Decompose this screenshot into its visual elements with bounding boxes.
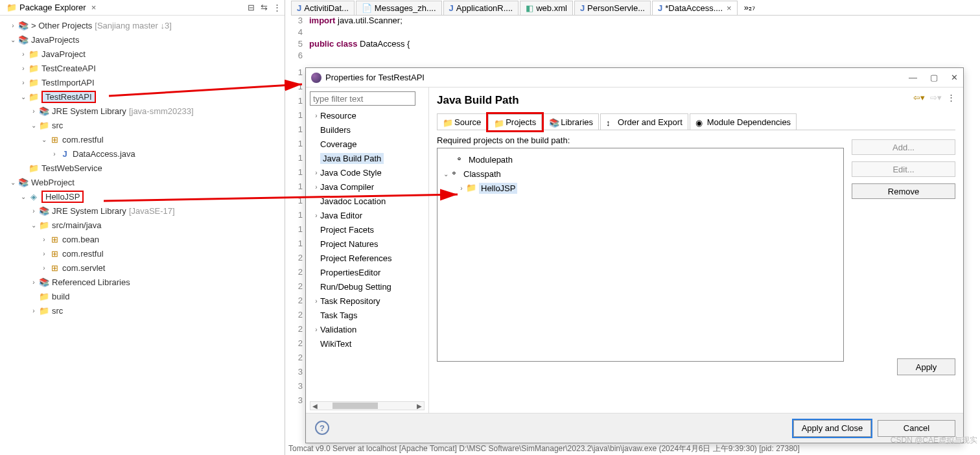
editor-tab[interactable]: web.xml (520, 1, 573, 15)
category-properties-editor[interactable]: PropertiesEditor (310, 265, 425, 279)
modulepath-row[interactable]: ⚬Modulepath (441, 152, 839, 167)
code-editor[interactable]: 3 4 5 6 import java.util.Scanner; public… (291, 16, 980, 61)
category-validation[interactable]: ›Validation (310, 322, 425, 336)
tree-item[interactable]: ›com.servlet (0, 261, 285, 275)
remove-button[interactable]: Remove (852, 183, 955, 199)
tree-item[interactable]: ›JRE System Library[java-smm20233] (0, 104, 285, 118)
category-builders[interactable]: Builders (310, 122, 425, 137)
apply-button[interactable]: Apply (897, 358, 955, 375)
back-icon[interactable]: ⇦▾ (913, 93, 925, 102)
dialog-titlebar[interactable]: Properties for TestRestAPI — ▢ ✕ (306, 68, 963, 88)
tree-item[interactable]: ›TestCreateAPI (0, 61, 285, 75)
tree-item[interactable]: ›JavaProject (0, 47, 285, 61)
category-java-build-path[interactable]: Java Build Path (310, 151, 425, 165)
project-icon (466, 183, 476, 193)
add-button[interactable]: Add... (852, 139, 955, 155)
tree-item[interactable]: ⌄com.restful (0, 132, 285, 146)
category-project-references[interactable]: Project References (310, 251, 425, 265)
menu-icon[interactable]: ⋮ (947, 93, 955, 102)
close-icon[interactable]: × (91, 3, 97, 12)
folder-icon (39, 305, 49, 316)
maximize-icon[interactable]: ▢ (930, 73, 938, 82)
tab-source[interactable]: Source (437, 113, 487, 130)
java-file-icon (580, 3, 585, 13)
required-projects-tree[interactable]: ⚬Modulepath ⌄⚬Classpath ›HelloJSP (437, 148, 844, 362)
link-icon[interactable]: ⇆ (259, 3, 269, 13)
tree-item[interactable]: ›src (0, 303, 285, 318)
ws-label: WebProject (31, 178, 75, 187)
tree-item[interactable]: ⌄src (0, 118, 285, 132)
tree-item[interactable]: ⌄src/main/java (0, 218, 285, 232)
package-icon (49, 134, 60, 145)
tree-other-projects[interactable]: ›> Other Projects[Sanjiang master ↓3] (0, 18, 285, 32)
line-number-strip: 111111111111122222222333 (291, 67, 305, 410)
close-icon[interactable]: ✕ (951, 73, 958, 82)
explorer-header: Package Explorer × ⊟ ⇆ ⋮ (0, 0, 285, 16)
tab-order-export[interactable]: ↕Order and Export (600, 113, 688, 130)
category-task-repository[interactable]: ›Task Repository (310, 294, 425, 308)
tab-projects[interactable]: Projects (488, 114, 542, 130)
tree-item[interactable]: ›TestImportAPI (0, 75, 285, 89)
category-java-editor[interactable]: ›Java Editor (310, 208, 425, 222)
editor-tab[interactable]: ApplicationR.... (443, 1, 519, 15)
eclipse-icon (311, 73, 321, 83)
tree-item[interactable]: TestWebService (0, 161, 285, 175)
apply-close-button[interactable]: Apply and Close (793, 420, 871, 437)
category-project-natures[interactable]: Project Natures (310, 237, 425, 251)
tree-item[interactable]: ›com.bean (0, 232, 285, 246)
file-icon: 📄 (362, 3, 372, 13)
category-run-debug[interactable]: Run/Debug Setting (310, 279, 425, 294)
code-lines: import java.util.Scanner; public class D… (309, 16, 410, 62)
tree-item[interactable]: ›DataAccess.java (0, 146, 285, 161)
line-gutter: 3 4 5 6 (291, 16, 305, 62)
tree-item[interactable]: ›JRE System Library[JavaSE-17] (0, 204, 285, 218)
filter-input[interactable] (310, 91, 415, 106)
category-scrollbar[interactable]: ◀▶ (310, 401, 425, 410)
category-resource[interactable]: ›Resource (310, 108, 425, 122)
tree-testrestapi[interactable]: ⌄TestRestAPI (0, 89, 285, 104)
hellojsp-entry[interactable]: ›HelloJSP (441, 181, 839, 195)
order-tab-icon: ↕ (606, 118, 615, 126)
classpath-icon: ⚬ (450, 169, 461, 179)
tree-item[interactable]: ›Referenced Libraries (0, 275, 285, 289)
editor-overflow[interactable]: »₂₇ (739, 1, 760, 15)
java-file-icon (297, 3, 301, 13)
editor-tab[interactable]: ActivitiDat... (291, 1, 355, 15)
tab-libraries[interactable]: Libraries (543, 113, 599, 130)
project-icon (29, 77, 39, 88)
classpath-row[interactable]: ⌄⚬Classpath (441, 167, 839, 181)
workingset-icon (18, 20, 29, 30)
edit-button[interactable]: Edit... (852, 161, 955, 177)
project-icon (29, 49, 39, 59)
cancel-button[interactable]: Cancel (878, 420, 955, 437)
minimize-icon[interactable]: — (909, 73, 917, 82)
category-javadoc-location[interactable]: Javadoc Location (310, 194, 425, 208)
tree-hellojsp[interactable]: ⌄HelloJSP (0, 189, 285, 204)
workingset-icon (18, 177, 29, 187)
editor-tab[interactable]: 📄Messages_zh.... (356, 1, 442, 15)
project-icon (29, 91, 39, 102)
category-java-compiler[interactable]: ›Java Compiler (310, 180, 425, 194)
forward-icon[interactable]: ⇨▾ (930, 93, 942, 102)
tree-item[interactable]: build (0, 289, 285, 303)
package-icon (49, 234, 60, 244)
view-menu-icon[interactable]: ⋮ (272, 3, 282, 13)
editor-tab[interactable]: PersonServle... (574, 1, 651, 15)
category-coverage[interactable]: Coverage (310, 137, 425, 151)
tree-ws-webproject[interactable]: ⌄WebProject (0, 175, 285, 189)
close-icon[interactable]: × (727, 3, 732, 13)
dynweb-icon (29, 191, 39, 202)
category-project-facets[interactable]: Project Facets (310, 222, 425, 237)
source-tab-icon (443, 118, 452, 126)
editor-tab-active[interactable]: *DataAccess....× (652, 1, 738, 15)
tree-item[interactable]: ›com.restful (0, 246, 285, 261)
category-task-tags[interactable]: Task Tags (310, 308, 425, 322)
tree-ws-javaprojects[interactable]: ⌄JavaProjects (0, 32, 285, 47)
category-java-code-style[interactable]: ›Java Code Style (310, 165, 425, 180)
help-icon[interactable]: ? (315, 421, 329, 435)
tab-module-deps[interactable]: ◉Module Dependencies (690, 113, 797, 130)
explorer-tab[interactable]: Package Explorer × (3, 1, 100, 14)
category-wikitext[interactable]: WikiText (310, 336, 425, 351)
collapse-icon[interactable]: ⊟ (246, 3, 256, 13)
properties-dialog: Properties for TestRestAPI — ▢ ✕ ›Resour… (305, 67, 964, 443)
